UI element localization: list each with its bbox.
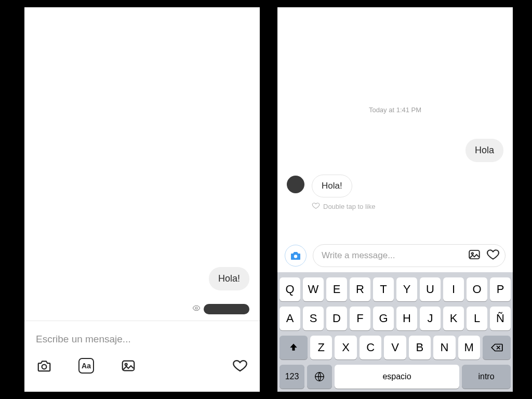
message-out-row: Hola! (209, 267, 249, 290)
space-key[interactable]: espacio (335, 365, 459, 389)
keyboard-row-2: ASDFGHJKLÑ (280, 307, 511, 330)
key-t[interactable]: T (373, 277, 394, 301)
camera-button[interactable] (285, 245, 307, 267)
key-h[interactable]: H (396, 307, 417, 330)
heart-icon[interactable] (486, 248, 500, 263)
heart-outline-icon (312, 202, 320, 211)
keyboard-row-3: ZXCVBNM (280, 336, 511, 360)
compose-area (24, 321, 260, 354)
keyboard: QWERTYUIOP ASDFGHJKLÑ ZXCVBNM 123 espaci… (277, 272, 513, 392)
numbers-key[interactable]: 123 (280, 365, 304, 389)
compose-toolbar: Aa (24, 354, 260, 392)
key-x[interactable]: X (335, 336, 356, 360)
seen-by-redacted (204, 304, 249, 314)
thread-timestamp: Today at 1:41 PM (277, 106, 513, 114)
enter-key[interactable]: intro (462, 365, 511, 389)
message-input[interactable] (36, 331, 248, 354)
compose-row (277, 244, 513, 272)
key-g[interactable]: G (373, 307, 394, 330)
key-m[interactable]: M (458, 336, 480, 360)
phone-screen-right: Today at 1:41 PM Hola Hola! Double tap t… (277, 7, 513, 392)
key-s[interactable]: S (303, 307, 324, 330)
key-r[interactable]: R (350, 277, 370, 301)
key-n[interactable]: N (433, 336, 455, 360)
key-c[interactable]: C (360, 336, 381, 360)
key-z[interactable]: Z (310, 336, 332, 360)
svg-point-3 (125, 364, 127, 366)
message-out-row: Hola (277, 139, 513, 175)
svg-point-0 (195, 307, 197, 309)
message-input-pill (313, 244, 506, 267)
keyboard-row-4: 123 espacio intro (280, 365, 511, 389)
key-b[interactable]: B (409, 336, 431, 360)
message-out-bubble[interactable]: Hola! (209, 267, 249, 290)
gallery-icon[interactable] (468, 248, 481, 263)
message-in-row: Hola! (277, 175, 513, 200)
heart-icon[interactable] (232, 357, 248, 374)
backspace-key[interactable] (483, 336, 511, 360)
key-o[interactable]: O (467, 277, 487, 301)
key-y[interactable]: Y (396, 277, 417, 301)
key-f[interactable]: F (350, 307, 370, 330)
avatar[interactable] (287, 176, 304, 193)
svg-point-4 (294, 255, 297, 258)
key-q[interactable]: Q (280, 277, 300, 301)
message-input[interactable] (322, 250, 462, 261)
key-e[interactable]: E (326, 277, 347, 301)
like-hint-text: Double tap to like (323, 203, 375, 210)
camera-icon[interactable] (36, 357, 52, 374)
svg-point-1 (42, 365, 47, 369)
message-in-bubble[interactable]: Hola! (312, 175, 352, 197)
key-a[interactable]: A (280, 307, 300, 330)
text-style-icon[interactable]: Aa (78, 358, 94, 374)
eye-icon (192, 304, 201, 314)
svg-point-6 (471, 252, 473, 254)
key-v[interactable]: V (384, 336, 406, 360)
key-u[interactable]: U (420, 277, 441, 301)
gallery-icon[interactable] (120, 357, 137, 374)
globe-key[interactable] (307, 365, 332, 389)
key-d[interactable]: D (326, 307, 347, 330)
key-ñ[interactable]: Ñ (490, 307, 511, 330)
shift-key[interactable] (280, 336, 308, 360)
key-j[interactable]: J (420, 307, 441, 330)
like-hint: Double tap to like (277, 200, 513, 220)
chat-thread[interactable]: Hola! (24, 7, 260, 321)
message-out-bubble[interactable]: Hola (466, 139, 503, 162)
chat-thread[interactable]: Today at 1:41 PM Hola Hola! Double tap t… (277, 7, 513, 244)
keyboard-row-1: QWERTYUIOP (280, 277, 511, 301)
phone-screen-left: Hola! Aa (24, 7, 260, 392)
key-p[interactable]: P (490, 277, 511, 301)
key-l[interactable]: L (467, 307, 487, 330)
seen-indicator (192, 304, 249, 314)
key-i[interactable]: I (443, 277, 464, 301)
key-w[interactable]: W (303, 277, 324, 301)
key-k[interactable]: K (443, 307, 464, 330)
